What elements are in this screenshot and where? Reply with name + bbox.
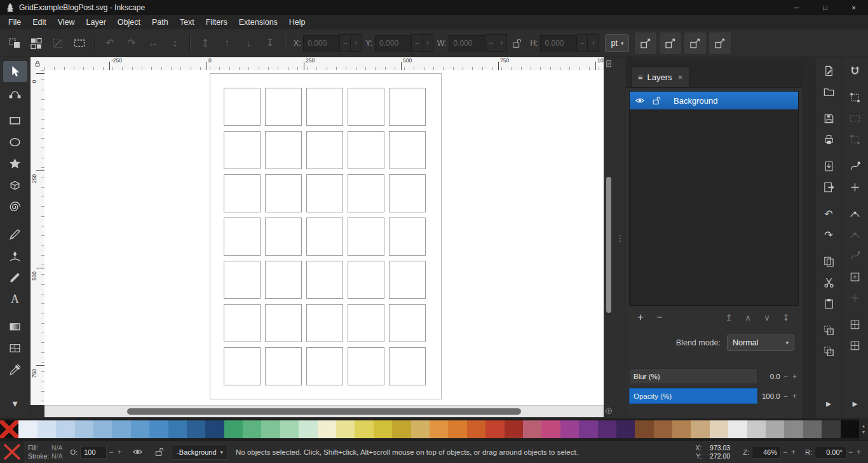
duplicate-button[interactable] <box>818 321 839 340</box>
page[interactable] <box>210 73 442 399</box>
mesh-gradient-tool[interactable] <box>3 338 27 359</box>
raise-to-top-button[interactable]: ↥ <box>194 32 216 54</box>
layers-tab[interactable]: ≡ Layers × <box>631 66 689 87</box>
export-button[interactable] <box>818 177 839 197</box>
minimize-button[interactable]: ─ <box>782 0 811 15</box>
color-swatch[interactable] <box>485 420 504 438</box>
canvas[interactable] <box>44 70 604 405</box>
color-swatch[interactable] <box>430 420 448 438</box>
grid-square[interactable] <box>348 261 384 299</box>
menu-object[interactable]: Object <box>112 15 146 29</box>
pen-tool[interactable] <box>3 245 27 266</box>
color-swatch[interactable] <box>841 420 859 438</box>
star-tool[interactable] <box>3 153 27 174</box>
transform-gradients-toggle[interactable] <box>684 32 707 55</box>
color-swatch[interactable] <box>336 420 355 438</box>
grid-square[interactable] <box>224 88 261 126</box>
grid-square[interactable] <box>224 131 261 169</box>
color-swatch[interactable] <box>728 420 747 438</box>
grid-square[interactable] <box>389 347 426 385</box>
color-swatch[interactable] <box>672 420 691 438</box>
menu-text[interactable]: Text <box>174 15 200 29</box>
box3d-tool[interactable] <box>3 175 27 196</box>
color-swatch[interactable] <box>187 420 205 438</box>
grid-square[interactable] <box>348 131 384 169</box>
select-all-layers-button[interactable] <box>25 32 47 54</box>
color-swatch[interactable] <box>93 420 112 438</box>
unit-dropdown[interactable]: pt ▾ <box>605 34 629 52</box>
snap-overflow-button[interactable]: ▸ <box>845 394 865 413</box>
color-swatch[interactable] <box>467 420 485 438</box>
rotation-input[interactable]: 0.00° <box>815 446 846 459</box>
palette-scroll-down-icon[interactable]: ▾ <box>862 429 865 436</box>
w-increment-button[interactable]: + <box>496 34 507 52</box>
object-opacity-input[interactable]: 100 <box>80 446 107 459</box>
snap-object-centers-toggle[interactable] <box>845 267 865 287</box>
raise-button[interactable]: ↑ <box>216 32 238 54</box>
x-increment-button[interactable]: + <box>351 34 362 52</box>
menu-file[interactable]: File <box>3 15 27 29</box>
x-input[interactable]: 0.000 <box>303 35 340 52</box>
layer-row-background[interactable]: Background <box>630 92 798 109</box>
color-swatch[interactable] <box>635 420 653 438</box>
paste-button[interactable] <box>818 294 839 314</box>
swatch-none[interactable] <box>0 420 18 438</box>
color-swatch[interactable] <box>523 420 541 438</box>
snap-bounding-box-toggle[interactable] <box>845 88 865 107</box>
opacity-slider[interactable]: Opacity (%) <box>629 388 757 404</box>
grid-square[interactable] <box>224 174 261 212</box>
grid-square[interactable] <box>224 347 261 385</box>
snap-grids-toggle[interactable] <box>845 336 865 356</box>
raise-layer-to-top-button[interactable]: ↥ <box>719 309 738 326</box>
grid-square[interactable] <box>306 347 343 385</box>
color-swatch[interactable] <box>112 420 130 438</box>
save-document-button[interactable] <box>818 109 839 128</box>
dock-splitter[interactable]: ⋮ <box>614 57 626 418</box>
rotate-ccw-button[interactable]: ↶ <box>99 32 121 54</box>
color-swatch[interactable] <box>616 420 635 438</box>
color-swatch[interactable] <box>654 420 672 438</box>
menu-extensions[interactable]: Extensions <box>233 15 283 29</box>
color-swatch[interactable] <box>392 420 410 438</box>
color-swatch[interactable] <box>411 420 430 438</box>
dropper-tool[interactable] <box>3 359 27 380</box>
h-decrement-button[interactable]: − <box>577 34 588 52</box>
color-swatch[interactable] <box>355 420 373 438</box>
blur-decrement-button[interactable]: − <box>782 370 789 383</box>
horizontal-scrollbar-thumb[interactable] <box>127 408 521 415</box>
object-opacity-decrement-button[interactable]: − <box>107 446 115 459</box>
lower-layer-to-bottom-button[interactable]: ↧ <box>776 309 796 326</box>
color-swatch[interactable] <box>784 420 803 438</box>
print-document-button[interactable] <box>818 130 839 149</box>
redo-button[interactable]: ↷ <box>818 225 839 245</box>
grid-square[interactable] <box>389 218 426 256</box>
text-tool[interactable] <box>3 289 27 310</box>
snap-smooth-nodes-toggle[interactable] <box>845 225 865 245</box>
color-swatch[interactable] <box>598 420 616 438</box>
color-swatch[interactable] <box>37 420 56 438</box>
grid-square[interactable] <box>306 88 343 126</box>
grid-square[interactable] <box>224 304 261 342</box>
color-swatch[interactable] <box>541 420 560 438</box>
ellipse-tool[interactable] <box>3 132 27 153</box>
new-document-button[interactable] <box>818 61 839 81</box>
color-swatch[interactable] <box>205 420 224 438</box>
spiral-tool[interactable] <box>3 197 27 218</box>
grid-square[interactable] <box>265 174 302 212</box>
color-swatch[interactable] <box>243 420 261 438</box>
menu-filters[interactable]: Filters <box>200 15 233 29</box>
w-decrement-button[interactable]: − <box>485 34 496 52</box>
pencil-tool[interactable] <box>3 224 27 245</box>
grid-square[interactable] <box>306 261 343 299</box>
lock-aspect-icon[interactable] <box>510 36 524 50</box>
menu-edit[interactable]: Edit <box>27 15 52 29</box>
scale-stroke-toggle[interactable] <box>634 32 657 55</box>
object-opacity-increment-button[interactable]: + <box>115 446 123 459</box>
create-clone-button[interactable] <box>818 342 839 361</box>
grid-square[interactable] <box>389 131 426 169</box>
grid-square[interactable] <box>265 304 302 342</box>
color-swatch[interactable] <box>766 420 784 438</box>
color-swatch[interactable] <box>822 420 840 438</box>
flip-vertical-button[interactable]: ↕ <box>164 32 186 54</box>
blend-mode-dropdown[interactable]: Normal ▾ <box>727 335 794 351</box>
